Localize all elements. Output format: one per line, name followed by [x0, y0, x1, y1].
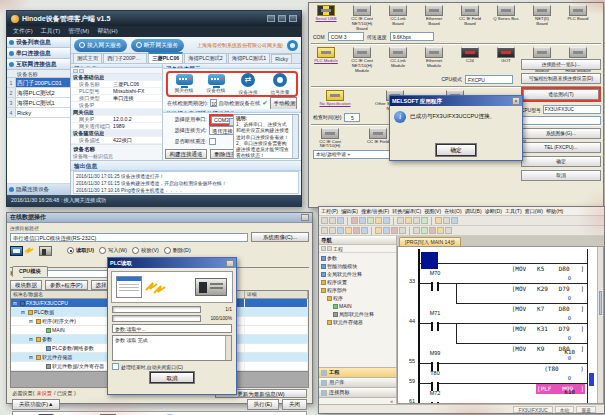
ladder-rung[interactable]: 33 M70 [MOV K29 D79 ]0 — [398, 269, 596, 289]
tree-item[interactable]: 全局软元件注释 — [319, 270, 396, 278]
ladder-rung[interactable]: 61 M72 K10(T84 )0 — [398, 389, 596, 404]
interface-option[interactable]: CC IE Cont NET/10(H) Module — [349, 47, 375, 73]
close-icon[interactable]: × — [512, 97, 520, 105]
property-row[interactable]: 网关透传端口1989 — [71, 123, 162, 130]
menu-item[interactable]: 窗口(W) — [525, 207, 543, 215]
property-row[interactable]: 设备描述422接口 — [71, 137, 162, 144]
interface-option[interactable]: Ethernet Module — [421, 47, 447, 69]
menu-item[interactable]: 管理(M) — [68, 27, 89, 36]
dialog-title-bar[interactable]: PLC读取 — [108, 258, 236, 268]
ladder-rung[interactable]: [MOV K7 D80 ]0 — [398, 289, 596, 309]
nav-tool-icon[interactable] — [327, 246, 332, 251]
ladder-rung[interactable]: 59 T80 [PLF M99 ] — [398, 369, 596, 389]
expand-icon[interactable]: ⊟ — [13, 299, 19, 307]
toolbar-icon[interactable] — [345, 227, 352, 234]
nav-switch-button[interactable]: 连接目标 — [319, 387, 396, 397]
tree-item[interactable]: 程序部件 — [319, 286, 396, 294]
property-row[interactable]: 设备名称三菱PLC06 — [71, 81, 162, 88]
toolbar-icon[interactable] — [351, 217, 358, 224]
tree-item[interactable]: MAIN — [319, 302, 396, 310]
reconnect-checkbox[interactable] — [209, 138, 216, 145]
menu-item[interactable]: 工具(T) — [505, 207, 522, 215]
tree-item[interactable]: 程序 — [319, 294, 396, 302]
toolbar-icon[interactable] — [451, 217, 458, 224]
disconnect-gateway-button[interactable]: 断开网关服务 — [131, 39, 184, 52]
expand-icon[interactable]: ⊟ — [29, 335, 35, 344]
device-tab[interactable]: Ricky — [271, 54, 292, 63]
ladder-rung[interactable]: [MOV K5 D80 ]0 — [398, 249, 596, 269]
property-row[interactable]: 设备IP — [71, 102, 162, 109]
title-bar[interactable]: Hinode设备管理客户端 v1.5 — [7, 11, 301, 26]
edit-cursor[interactable] — [421, 252, 438, 269]
mode-write-radio[interactable]: 写入(W) — [99, 247, 127, 254]
device-tab[interactable]: 海得PLC测试1 — [228, 53, 270, 63]
interface-option[interactable]: C24 — [457, 47, 483, 64]
sidebar-bottom-button[interactable]: 隐藏连接设备 — [7, 184, 70, 195]
mode-read-radio[interactable]: 读取(U) — [67, 247, 94, 254]
connect-gateway-button[interactable]: 接入网关服务 — [74, 39, 127, 52]
menu-item[interactable]: 转换/编译(C) — [392, 207, 421, 215]
related-functions-button[interactable]: 关联功能(F)▲ — [12, 399, 60, 410]
property-row[interactable]: 接口类型串口连接 — [71, 95, 162, 102]
maximize-button[interactable] — [278, 15, 286, 22]
sidebar-section-header[interactable]: 设备列表信息 — [7, 37, 70, 48]
tree-item[interactable]: 参数 — [319, 254, 396, 262]
ok-button[interactable]: 确定 — [436, 144, 476, 156]
auto-detect-checkbox[interactable]: ✔ — [262, 99, 267, 107]
nav-tool-icon[interactable] — [321, 246, 326, 251]
toolbar-icon[interactable] — [399, 227, 406, 234]
toolbar-icon[interactable] — [337, 217, 344, 224]
menu-item[interactable]: 在线(O) — [444, 207, 462, 215]
connection-list-button[interactable]: 连接路径一览(L)... — [521, 59, 601, 70]
toolbar-icon[interactable] — [391, 227, 398, 234]
toolbar-icon[interactable] — [375, 217, 382, 224]
close-dialog-button[interactable]: 关闭 — [282, 399, 307, 410]
toolbar-icon[interactable] — [367, 217, 374, 224]
build-channel-button[interactable]: 构建连接通道 — [165, 149, 207, 159]
route-option[interactable]: CC IE Cont NET/10(H) — [313, 128, 347, 150]
toolbar-icon[interactable] — [329, 227, 336, 234]
interface-option[interactable]: CC IE Field Board — [457, 5, 483, 27]
device-tab[interactable]: 西门子200PLC01 — [103, 53, 147, 63]
interface-option[interactable]: CC IE Cont NET/10(H) Board — [349, 5, 375, 31]
device-tab[interactable]: 三菱PLC06 — [148, 52, 183, 63]
dialog-title-bar[interactable]: MELSOFT 应用程序 × — [390, 96, 522, 106]
categorize-button[interactable] — [79, 69, 84, 73]
menu-item[interactable]: 帮助(H) — [97, 27, 117, 36]
toolbar-icon[interactable] — [429, 227, 436, 234]
output-log[interactable]: 2016/11/30 17:01:25 设备连接通道打开！2016/11/30 … — [73, 171, 299, 194]
menu-item[interactable]: 编辑(E) — [341, 207, 358, 215]
toolbar-icon[interactable] — [359, 217, 366, 224]
minimize-button[interactable] — [267, 15, 275, 22]
interface-option[interactable]: PLC Module — [313, 47, 339, 64]
interface-option[interactable]: CC-Link Board — [385, 5, 411, 27]
nav-switch-button[interactable]: 用户库 — [319, 377, 396, 387]
toolbar-icon[interactable] — [405, 217, 412, 224]
sidebar-section-header[interactable]: 互联网连接信息 — [7, 59, 70, 70]
interface-option[interactable]: Q Series Bus — [493, 5, 519, 22]
menu-item[interactable]: 调试(B) — [465, 207, 482, 215]
ladder-document-tab[interactable]: [PRG]写入 MAIN 14步 — [399, 237, 461, 246]
device-list-item[interactable]: 2海得PLC测试2 — [7, 88, 70, 98]
toolbar-icon[interactable] — [383, 217, 390, 224]
station-option[interactable]: No Specification — [313, 90, 357, 107]
property-row[interactable]: PLC型号Mitsubishi-FX — [71, 88, 162, 95]
ladder-editor[interactable]: [MOV K5 D80 ]0 33 M70 [MOV K29 D79 ]0 — [397, 246, 604, 404]
toolbar-icon[interactable] — [421, 217, 428, 224]
expand-icon[interactable]: ⊟ — [29, 353, 35, 362]
toolbar-icon[interactable] — [337, 227, 344, 234]
tree-item[interactable]: 软元件存储器 — [319, 318, 396, 326]
ladder-rung[interactable]: 44 M71 [MOV K31 D79 ]0 — [398, 309, 596, 329]
interface-option[interactable]: GOT — [493, 47, 519, 64]
execute-button[interactable]: 执行(E) — [247, 399, 279, 410]
tree-item[interactable]: 智能功能模块 — [319, 262, 396, 270]
toolbar-icon[interactable] — [421, 227, 428, 234]
cpu-module-tab[interactable]: CPU模块 — [12, 266, 48, 277]
toolbar-icon[interactable] — [413, 227, 420, 234]
property-row[interactable]: 网关IP12.0.0.2 — [71, 116, 162, 123]
tree-item[interactable]: 局部软元件注释 — [319, 310, 396, 318]
menu-item[interactable]: 工程(P) — [321, 207, 338, 215]
toolbar-icon[interactable] — [329, 217, 336, 224]
mode-delete-radio[interactable]: 删除(D) — [164, 247, 191, 254]
tree-item[interactable]: 程序设置 — [319, 278, 396, 286]
